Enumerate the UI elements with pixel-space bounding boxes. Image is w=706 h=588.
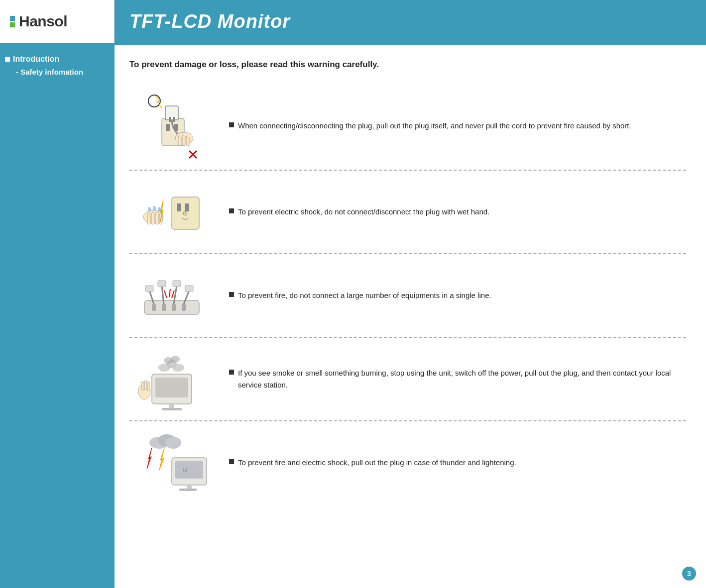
illustration-smoke-svg bbox=[134, 347, 209, 411]
logo-area: Hansol bbox=[10, 13, 67, 30]
svg-rect-22 bbox=[147, 213, 150, 224]
illustration-thunder-svg bbox=[134, 430, 209, 495]
svg-marker-72 bbox=[147, 448, 152, 469]
warning-item-5: To prevent fire and electric shock, pull… bbox=[129, 421, 686, 504]
header: Hansol TFT-LCD Monitor bbox=[0, 0, 706, 45]
svg-rect-9 bbox=[186, 136, 189, 146]
svg-point-54 bbox=[171, 356, 180, 363]
warning-illustration-1 bbox=[129, 91, 214, 161]
svg-point-27 bbox=[153, 206, 156, 211]
warning-item-2: To prevent electric shock, do not connec… bbox=[129, 171, 686, 253]
svg-point-63 bbox=[165, 437, 181, 449]
svg-rect-7 bbox=[178, 136, 181, 146]
sidebar-bullet-icon bbox=[5, 57, 10, 62]
svg-rect-47 bbox=[155, 378, 188, 397]
svg-rect-42 bbox=[185, 286, 193, 292]
svg-rect-58 bbox=[141, 382, 144, 391]
warning-illustration-3 bbox=[129, 263, 214, 328]
logo-name: Hansol bbox=[19, 13, 67, 30]
svg-rect-17 bbox=[177, 203, 181, 211]
svg-rect-33 bbox=[172, 304, 176, 311]
svg-marker-64 bbox=[159, 448, 164, 470]
svg-rect-5 bbox=[173, 117, 175, 122]
logo-icon bbox=[10, 16, 15, 27]
sidebar: Introduction - Safety infomation bbox=[0, 45, 115, 588]
page-number: 3 bbox=[682, 567, 696, 581]
illustration-powerstrip-svg bbox=[134, 263, 209, 328]
svg-rect-68 bbox=[179, 489, 197, 491]
svg-rect-49 bbox=[162, 408, 182, 410]
svg-rect-34 bbox=[182, 304, 186, 311]
svg-line-45 bbox=[172, 291, 174, 298]
sidebar-sub-item-label: - Safety infomation bbox=[16, 68, 83, 76]
warning-item-4: If you see smoke or smell something burn… bbox=[129, 338, 686, 420]
svg-rect-40 bbox=[158, 281, 166, 287]
bullet-icon-4 bbox=[229, 370, 234, 375]
warning-illustration-5 bbox=[129, 430, 214, 495]
warning-illustration-4 bbox=[129, 347, 214, 411]
warning-text-5: To prevent fire and electric shock, pull… bbox=[229, 457, 516, 469]
warning-text-content-4: If you see smoke or smell something burn… bbox=[238, 367, 686, 391]
bullet-icon-5 bbox=[229, 459, 234, 464]
logo-square-blue bbox=[10, 16, 15, 21]
svg-rect-31 bbox=[152, 304, 156, 311]
warning-text-content-2: To prevent electric shock, do not connec… bbox=[238, 206, 489, 218]
bullet-icon-1 bbox=[229, 122, 234, 127]
svg-rect-66 bbox=[175, 461, 203, 479]
warning-illustration-2 bbox=[129, 180, 214, 244]
warning-text-2: To prevent electric shock, do not connec… bbox=[229, 206, 489, 218]
page-wrapper: Hansol TFT-LCD Monitor Introduction - Sa… bbox=[0, 0, 706, 588]
warning-item-3: To prevent fire, do not connect a large … bbox=[129, 254, 686, 337]
svg-line-43 bbox=[164, 291, 167, 298]
svg-rect-60 bbox=[147, 382, 150, 391]
header-title-area: TFT-LCD Monitor bbox=[115, 0, 706, 43]
svg-rect-41 bbox=[173, 281, 181, 287]
svg-line-44 bbox=[169, 289, 170, 297]
svg-rect-59 bbox=[144, 381, 147, 391]
sidebar-sub-item-safety: - Safety infomation bbox=[5, 68, 110, 76]
svg-point-52 bbox=[172, 364, 184, 372]
header-title: TFT-LCD Monitor bbox=[129, 11, 290, 32]
warning-text-4: If you see smoke or smell something burn… bbox=[229, 367, 686, 391]
svg-rect-4 bbox=[169, 117, 171, 122]
illustration-plug-svg bbox=[134, 91, 209, 161]
warning-text-content-1: When connecting/disconnecting the plug, … bbox=[238, 120, 631, 132]
svg-rect-23 bbox=[151, 212, 154, 224]
warning-item-1: When connecting/disconnecting the plug, … bbox=[129, 82, 686, 170]
warning-text-content-3: To prevent fire, do not connect a large … bbox=[238, 290, 491, 301]
svg-rect-18 bbox=[185, 203, 189, 211]
svg-rect-24 bbox=[155, 212, 158, 224]
logo-square-green bbox=[10, 22, 15, 27]
svg-point-26 bbox=[148, 207, 151, 212]
content-area: To prevent damage or loss, please read t… bbox=[115, 45, 706, 588]
svg-rect-3 bbox=[165, 106, 178, 120]
bullet-icon-3 bbox=[229, 292, 234, 297]
warning-text-content-5: To prevent fire and electric shock, pull… bbox=[238, 457, 516, 469]
warning-text-1: When connecting/disconnecting the plug, … bbox=[229, 120, 631, 132]
svg-rect-32 bbox=[162, 304, 166, 311]
header-logo: Hansol bbox=[0, 0, 115, 43]
bullet-icon-2 bbox=[229, 208, 234, 213]
sidebar-item-introduction: Introduction bbox=[5, 55, 110, 64]
content-header: To prevent damage or loss, please read t… bbox=[129, 60, 686, 70]
svg-rect-39 bbox=[145, 286, 153, 292]
sidebar-introduction-label: Introduction bbox=[13, 55, 59, 64]
svg-rect-67 bbox=[187, 485, 192, 489]
main-layout: Introduction - Safety infomation To prev… bbox=[0, 45, 706, 588]
svg-point-20 bbox=[185, 213, 186, 214]
illustration-wethand-svg bbox=[134, 180, 209, 244]
svg-rect-8 bbox=[182, 135, 185, 146]
warning-text-3: To prevent fire, do not connect a large … bbox=[229, 290, 491, 301]
svg-rect-1 bbox=[166, 124, 170, 131]
